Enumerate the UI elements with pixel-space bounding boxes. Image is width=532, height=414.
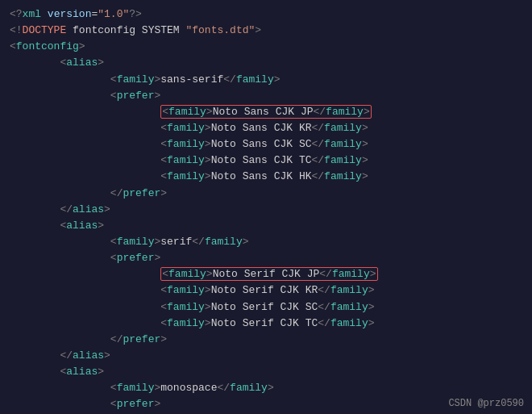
line-11: <family>Noto Sans CJK HK</family> [10, 169, 522, 185]
line-15: <family>serif</family> [10, 234, 522, 250]
line-16: <prefer> [10, 250, 522, 266]
highlight-box-2: <family>Noto Serif CJK JP</family> [160, 267, 377, 281]
highlight-box-1: <family>Noto Sans CJK JP</family> [160, 105, 372, 119]
line-1: <?xml version="1.0"?> [10, 6, 522, 23]
line-2: <!DOCTYPE fontconfig SYSTEM "fonts.dtd"> [10, 23, 522, 39]
line-9: <family>Noto Sans CJK SC</family> [10, 136, 522, 153]
line-25: <prefer> [10, 396, 522, 412]
line-5: <family>sans-serif</family> [10, 72, 522, 88]
code-editor: <?xml version="1.0"?> <!DOCTYPE fontconf… [0, 0, 532, 414]
line-20: <family>Noto Serif CJK TC</family> [10, 316, 522, 332]
watermark: CSDN @prz0590 [448, 398, 524, 409]
line-7: <family>Noto Sans CJK JP</family> [10, 104, 522, 120]
line-23: <alias> [10, 364, 522, 380]
line-17: <family>Noto Serif CJK JP</family> [10, 266, 522, 282]
line-21: </prefer> [10, 332, 522, 348]
line-14: <alias> [10, 218, 522, 234]
line-22: </alias> [10, 348, 522, 364]
line-12: </prefer> [10, 186, 522, 202]
line-18: <family>Noto Serif CJK KR</family> [10, 282, 522, 299]
line-8: <family>Noto Sans CJK KR</family> [10, 120, 522, 136]
line-24: <family>monospace</family> [10, 380, 522, 396]
line-13: </alias> [10, 202, 522, 218]
line-3: <fontconfig> [10, 39, 522, 55]
line-10: <family>Noto Sans CJK TC</family> [10, 153, 522, 169]
line-4: <alias> [10, 55, 522, 71]
line-19: <family>Noto Serif CJK SC</family> [10, 299, 522, 316]
line-6: <prefer> [10, 88, 522, 104]
